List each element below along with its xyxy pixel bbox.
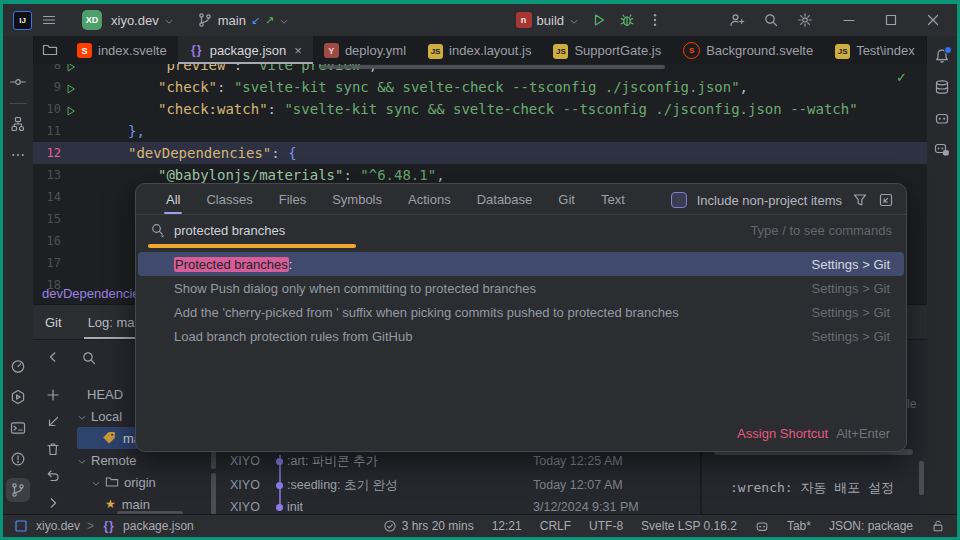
include-non-project-checkbox[interactable] (671, 192, 687, 208)
chevron-left-icon[interactable] (43, 349, 63, 365)
breadcrumb[interactable]: devDependencies (42, 286, 146, 301)
include-non-project-label: Include non-project items (697, 193, 842, 208)
matched-text: Protected branches (174, 257, 289, 272)
details-vertical-scrollbar[interactable] (919, 461, 924, 495)
inspections-ok-icon[interactable]: ✓ (896, 70, 907, 85)
status-project[interactable]: xiyo.dev (36, 519, 80, 533)
search-result-row[interactable]: Add the 'cherry-picked from ' suffix whe… (138, 300, 904, 324)
search-tab-all[interactable]: All (166, 184, 180, 214)
commit-row[interactable]: XIYO:art: 파비콘 추가Today 12:25 AM (210, 449, 700, 473)
project-name: xiyo.dev (111, 13, 159, 28)
search-result-row[interactable]: Protected branches:Settings > Git (138, 252, 904, 276)
tab-background-svelte[interactable]: SBackground.svelte (672, 36, 824, 64)
database-icon[interactable] (930, 75, 954, 99)
trash-icon[interactable] (43, 441, 63, 457)
more-actions-icon[interactable] (647, 12, 663, 28)
tab-label: SupportGate.js (574, 43, 661, 58)
status-item-crlf[interactable]: CRLF (540, 519, 571, 533)
problems-icon (10, 451, 26, 467)
project-widget-icon[interactable] (13, 518, 29, 534)
project-avatar[interactable]: XD (82, 10, 102, 30)
run-line-icon[interactable] (65, 79, 77, 91)
line-number: 12 (33, 142, 61, 164)
more-icon[interactable] (6, 143, 30, 167)
maximize-button[interactable] (883, 12, 899, 28)
close-button[interactable] (925, 12, 941, 28)
structure-icon[interactable] (6, 112, 30, 136)
run-button[interactable] (591, 12, 607, 28)
status-item-3-hrs-20-mins[interactable]: 3 hrs 20 mins (383, 519, 474, 533)
run-line-icon[interactable] (65, 64, 77, 69)
tree-item-remote[interactable]: Remote (73, 449, 210, 471)
status-item-utf-8[interactable]: UTF-8 (589, 519, 623, 533)
project-folder-icon[interactable] (42, 42, 58, 58)
ai-assistant-icon[interactable] (930, 106, 954, 130)
debug-button[interactable] (619, 12, 635, 28)
status-item-svelte-lsp-0-16-2[interactable]: Svelte LSP 0.16.2 (641, 519, 737, 533)
terminal-icon[interactable] (6, 416, 30, 440)
tool-bar-bottom-group (6, 354, 30, 515)
commit-date: Today 12:07 AM (533, 473, 623, 497)
ai-chat-icon[interactable] (930, 137, 954, 161)
problems-icon[interactable] (6, 447, 30, 471)
search-tab-actions[interactable]: Actions (408, 184, 451, 214)
plus-icon (45, 387, 61, 403)
editor-horizontal-scrollbar[interactable] (320, 65, 665, 69)
minimize-button[interactable] (841, 12, 857, 28)
search-tab-files[interactable]: Files (279, 184, 306, 214)
git-branch-icon[interactable] (6, 478, 30, 502)
vcs-widget[interactable]: main ↙ ↗ (197, 12, 290, 28)
status-item-json-package[interactable]: JSON: package (829, 519, 913, 533)
tab-package-json[interactable]: { }package.json× (178, 36, 313, 64)
tree-item-origin[interactable]: origin (73, 471, 210, 493)
search-input[interactable]: protected branches Type / to see command… (136, 214, 906, 246)
more-icon (10, 147, 26, 163)
status-item-tab-[interactable]: Tab* (787, 519, 811, 533)
main-menu-icon[interactable] (41, 12, 57, 28)
search-everywhere-icon[interactable] (763, 12, 779, 28)
status-item[interactable] (931, 519, 945, 533)
status-item-12-21[interactable]: 12:21 (492, 519, 522, 533)
chevron-down-icon (569, 15, 579, 25)
chevron-right-icon[interactable] (43, 495, 63, 511)
tab-deploy-yml[interactable]: Ydeploy.yml (313, 36, 417, 64)
tab-supportgate-js[interactable]: JSSupportGate.js (542, 36, 672, 64)
tab-index-layout-js[interactable]: JSindex.layout.js (417, 36, 542, 64)
rollback-icon[interactable] (43, 468, 63, 484)
tab-index-svelte[interactable]: Sindex.svelte (66, 36, 178, 64)
update-icon[interactable] (43, 414, 63, 430)
search-tab-database[interactable]: Database (477, 184, 533, 214)
search-result-row[interactable]: Show Push dialog only when committing to… (138, 276, 904, 300)
search-hint: Type / to see commands (750, 223, 892, 238)
ide-window: IJ XD xiyo.dev main ↙ ↗ n build (3, 4, 957, 537)
js-icon: JS (835, 42, 850, 59)
right-tool-window-bar (926, 36, 957, 515)
code-with-me-icon[interactable] (729, 12, 745, 28)
commit-icon[interactable] (6, 70, 30, 94)
search-tab-classes[interactable]: Classes (206, 184, 252, 214)
run-line-icon[interactable] (65, 101, 77, 113)
intellij-logo-icon[interactable]: IJ (13, 11, 32, 30)
js-icon: JS (553, 42, 568, 59)
open-in-find-window-icon[interactable] (878, 192, 894, 208)
project-selector[interactable]: xiyo.dev (111, 13, 174, 28)
filter-icon[interactable] (852, 192, 868, 208)
services-icon[interactable] (6, 385, 30, 409)
editor-line: 11}, (33, 120, 927, 142)
search-tab-git[interactable]: Git (558, 184, 575, 214)
tab-test-index[interactable]: JSTest\index (824, 36, 926, 64)
search-tab-text[interactable]: Text (601, 184, 625, 214)
status-file[interactable]: package.json (123, 519, 194, 533)
editor-tab-bar: Sindex.svelte{ }package.json×Ydeploy.yml… (33, 36, 927, 65)
search-result-row[interactable]: Load branch protection rules from GitHub… (138, 324, 904, 348)
profiler-icon[interactable] (6, 354, 30, 378)
run-config-selector[interactable]: n build (516, 12, 579, 28)
close-tab-icon[interactable]: × (294, 43, 302, 58)
notifications-icon[interactable] (930, 44, 954, 68)
search-tab-symbols[interactable]: Symbols (332, 184, 382, 214)
assign-shortcut-link[interactable]: Assign Shortcut (737, 426, 828, 441)
settings-icon[interactable] (797, 12, 813, 28)
plus-icon[interactable] (43, 387, 63, 403)
status-item[interactable] (755, 519, 769, 533)
commit-row[interactable]: XIYO:seedling: 초기 완성Today 12:07 AM (210, 473, 700, 497)
